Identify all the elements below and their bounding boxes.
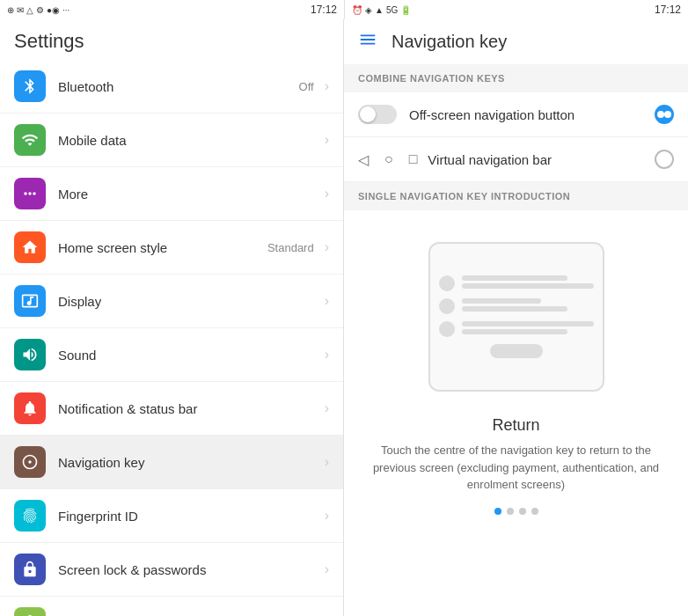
navigation-label: Navigation key	[58, 455, 318, 470]
hamburger-menu-icon[interactable]	[358, 30, 377, 54]
dot-1[interactable]	[494, 508, 501, 515]
display-content: Display	[58, 294, 318, 309]
display-label: Display	[58, 294, 318, 309]
bluetooth-value: Off	[299, 80, 314, 93]
mockup-lines-1	[462, 275, 594, 291]
mockup-circle-2	[439, 298, 455, 314]
fingerprint-arrow: ›	[325, 508, 329, 524]
bluetooth-arrow: ›	[325, 78, 329, 94]
mockup-content	[430, 267, 603, 367]
notification-arrow: ›	[325, 400, 329, 416]
settings-item-more[interactable]: More ›	[0, 167, 343, 221]
signal-bars-icon: ▲	[375, 5, 384, 15]
mockup-circle-3	[439, 321, 455, 337]
right-status-icons: ⏰ ◈ ▲ 5G 🔋	[352, 5, 411, 15]
nav-panel-title: Navigation key	[392, 32, 507, 52]
back-arrow-symbol: ◁	[358, 151, 369, 168]
settings-item-bluetooth[interactable]: Bluetooth Off ›	[0, 60, 343, 114]
nav-header: Navigation key	[344, 19, 688, 64]
signal-icon: ●◉	[47, 5, 60, 15]
settings-panel: Settings Bluetooth Off › Mobile data ›	[0, 19, 344, 616]
sound-icon	[14, 339, 46, 370]
left-status-icons: ⊕ ✉ △ ⚙ ●◉ ···	[7, 5, 70, 15]
settings-item-security[interactable]: Security & privacy ›	[0, 597, 343, 616]
sound-content: Sound	[58, 348, 318, 363]
more-label: More	[58, 187, 318, 202]
mockup-row-3	[439, 321, 594, 337]
virtual-nav-radio-button[interactable]	[655, 150, 674, 169]
nav-bar-symbols: ◁ ○ □	[358, 151, 417, 168]
mobile-data-arrow: ›	[325, 132, 329, 148]
dot-2[interactable]	[507, 508, 514, 515]
settings-item-notification[interactable]: Notification & status bar ›	[0, 382, 343, 436]
mockup-line-2b	[462, 306, 567, 312]
phone-mockup	[428, 242, 604, 392]
settings-item-screen-lock[interactable]: Screen lock & passwords ›	[0, 543, 343, 597]
status-bar-right: ⏰ ◈ ▲ 5G 🔋 17:12	[344, 0, 688, 19]
notification-content: Notification & status bar	[58, 401, 318, 416]
settings-item-display[interactable]: Display ›	[0, 275, 343, 328]
mockup-lines-2	[462, 298, 594, 314]
more-content: More	[58, 187, 318, 202]
security-icon	[14, 607, 46, 616]
settings-item-home-screen[interactable]: Home screen style Standard ›	[0, 221, 343, 275]
screen-lock-arrow: ›	[325, 561, 329, 577]
mobile-data-content: Mobile data	[58, 133, 318, 148]
settings-item-fingerprint[interactable]: Fingerprint ID ›	[0, 489, 343, 543]
fingerprint-content: Fingerprint ID	[58, 509, 318, 524]
recent-square-symbol: □	[409, 151, 418, 167]
right-wifi-icon: ◈	[365, 5, 372, 15]
screen-lock-label: Screen lock & passwords	[58, 562, 318, 577]
sound-arrow: ›	[325, 347, 329, 363]
settings-item-sound[interactable]: Sound ›	[0, 328, 343, 382]
dots-indicator	[344, 508, 688, 529]
mockup-line-3b	[462, 329, 567, 334]
main-content: Settings Bluetooth Off › Mobile data ›	[0, 19, 688, 616]
more-icon	[14, 178, 46, 209]
intro-description: Touch the centre of the navigation key t…	[344, 442, 688, 494]
mobile-data-label: Mobile data	[58, 133, 318, 148]
mockup-line-3a	[462, 321, 594, 326]
toggle-pill-icon	[358, 105, 397, 124]
offscreen-radio-button[interactable]	[655, 105, 674, 124]
more-arrow: ›	[325, 186, 329, 202]
intro-section-header: SINGLE NAVIGATION KEY INTRODUCTION	[344, 182, 688, 210]
navigation-content: Navigation key	[58, 455, 318, 470]
mockup-lines-3	[462, 321, 594, 337]
virtual-nav-bar-option[interactable]: ◁ ○ □ Virtual navigation bar	[344, 137, 688, 182]
home-screen-label: Home screen style	[58, 240, 267, 255]
dot-4[interactable]	[531, 508, 538, 515]
navigation-arrow: ›	[325, 454, 329, 470]
mockup-line-1b	[462, 283, 594, 289]
left-time: 17:12	[311, 4, 337, 16]
wifi-icon: ⊕	[7, 5, 14, 15]
mockup-button	[490, 344, 543, 358]
sound-label: Sound	[58, 348, 318, 363]
screen-lock-icon	[14, 554, 46, 585]
mockup-row-2	[439, 298, 594, 314]
home-screen-value: Standard	[267, 241, 314, 254]
fingerprint-label: Fingerprint ID	[58, 509, 318, 524]
mail-icon: ✉	[17, 5, 24, 15]
virtual-nav-bar-label: Virtual navigation bar	[428, 152, 655, 167]
navigation-icon	[14, 446, 46, 478]
dot-3[interactable]	[519, 508, 526, 515]
navigation-key-panel: Navigation key COMBINE NAVIGATION KEYS O…	[344, 19, 688, 616]
mockup-row-1	[439, 275, 594, 291]
notification-label: Notification & status bar	[58, 401, 318, 416]
screen-lock-content: Screen lock & passwords	[58, 562, 318, 577]
bluetooth-label: Bluetooth	[58, 79, 299, 94]
mobile-data-icon	[14, 124, 46, 156]
mockup-line-1a	[462, 275, 567, 281]
battery-icon: 🔋	[400, 5, 411, 15]
display-arrow: ›	[325, 293, 329, 309]
settings-item-navigation[interactable]: Navigation key ›	[0, 436, 343, 489]
offscreen-nav-option[interactable]: Off-screen navigation button	[344, 92, 688, 137]
settings-item-mobile-data[interactable]: Mobile data ›	[0, 114, 343, 167]
mockup-line-2a	[462, 298, 541, 304]
display-icon	[14, 285, 46, 317]
mockup-circle-1	[439, 275, 455, 291]
more-status-icon: ···	[62, 5, 70, 15]
offscreen-nav-label: Off-screen navigation button	[409, 107, 655, 122]
combine-section-header: COMBINE NAVIGATION KEYS	[344, 64, 688, 92]
